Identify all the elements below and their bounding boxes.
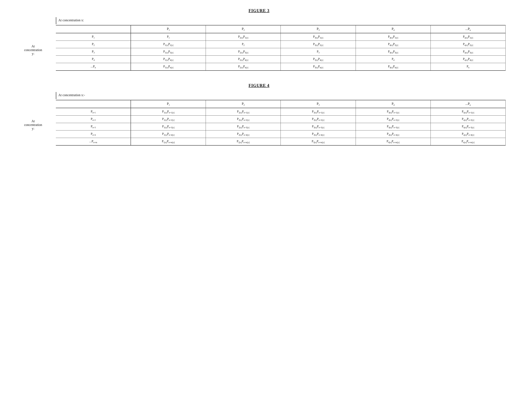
figure3-r2c3: P3[x]P2[y] — [281, 41, 356, 48]
figure4-col-header-row: P1 P2 P3 P4 ...Pn — [56, 100, 506, 108]
figure4-main: At concentration x:- P1 P2 P3 P4 ...Pn P… — [56, 92, 506, 146]
figure4-block: FIGURE 4 At concentration y: At concentr… — [12, 83, 506, 146]
figure4-row1-header: Pn+1 — [56, 108, 131, 116]
figure4-r1c2: P2[x]Pn+1[y] — [206, 108, 281, 116]
table-row: P1 P1 P2[x]P1[y] P3[x]P1[y] P4[x]P1[y] P… — [56, 33, 506, 41]
table-row: Pn+4 P1[x]Pn+4[y] P2[x]Pn+4[y] P3[x]Pn+4… — [56, 130, 506, 138]
figure4-r2c1: P1[x]Pn+2[y] — [131, 116, 206, 123]
figure4-row5-header: ...Pn+m — [56, 138, 131, 146]
figure4-r3c5: Pn[x]Pn+3[y] — [430, 123, 505, 130]
figure3-col-pn: ...Pn — [430, 25, 505, 33]
figure3-r2c5: Pn[x]P2[y] — [430, 41, 505, 48]
figure3-r3c2: P2[x]P3[y] — [206, 48, 281, 56]
figure4-row4-header: Pn+4 — [56, 130, 131, 138]
figure3-r2c1: P1[x]P2[y] — [131, 41, 206, 48]
figure3-r4c4: P4 — [356, 56, 430, 63]
figure3-conc-header: At concentration x: — [56, 17, 506, 24]
figure3-r3c5: Pn[x]P3[y] — [430, 48, 505, 56]
figure4-r4c5: Pn[x]Pn+4[y] — [430, 130, 505, 138]
figure4-r5c1: P1[x]Pn+m[y] — [131, 138, 206, 146]
figure4-corner-cell — [56, 100, 131, 108]
figure4-r1c3: P3[x]Pn+1[y] — [281, 108, 356, 116]
figure3-r4c5: Pn[x]P4[y] — [430, 56, 505, 63]
figure4-r1c4: P4[x]Pn+1[y] — [356, 108, 430, 116]
figure4-r3c2: P2[x]Pn+3[y] — [206, 123, 281, 130]
figure3-r3c1: P1[x]P3[y] — [131, 48, 206, 56]
table-row: Pn+3 P1[x]Pn+3[y] P2[x]Pn+3[y] P3[x]Pn+3… — [56, 123, 506, 130]
figure4-r2c5: Pn[x]Pn+2[y] — [430, 116, 505, 123]
figure4-row3-header: Pn+3 — [56, 123, 131, 130]
figure3-r5c1: P1[x]Pn[y] — [131, 63, 206, 71]
figure3-r4c3: P3[x]P4[y] — [281, 56, 356, 63]
figure3-col-header-row: P1 P2 P3 P4 ...Pn — [56, 25, 506, 33]
figure3-r1c4: P4[x]P1[y] — [356, 33, 430, 41]
figure3-row2-header: P2 — [56, 41, 131, 48]
table-row: P3 P1[x]P3[y] P2[x]P3[y] P3 P4[x]P3[y] P… — [56, 48, 506, 56]
figure3-table: P1 P2 P3 P4 ...Pn P1 P1 P2[x]P1[y] P3[x]… — [56, 25, 506, 71]
figure3-col-p3: P3 — [281, 25, 356, 33]
figure3-r5c4: P4[x]Pn[y] — [356, 63, 430, 71]
figure3-col-p2: P2 — [206, 25, 281, 33]
figure3-r4c1: P1[x]P4[y] — [131, 56, 206, 63]
figure3-block: FIGURE 3 At concentration y: At concentr… — [12, 8, 506, 71]
figure4-col-p4: P4 — [356, 100, 430, 108]
table-row: ...Pn+m P1[x]Pn+m[y] P2[x]Pn+m[y] P3[x]P… — [56, 138, 506, 146]
figure4-col-p2: P2 — [206, 100, 281, 108]
table-row: Pn+1 P1[x]Pn+1[y] P2[x]Pn+1[y] P3[x]Pn+1… — [56, 108, 506, 116]
figure4-r1c1: P1[x]Pn+1[y] — [131, 108, 206, 116]
figure3-col-p1: P1 — [131, 25, 206, 33]
figure4-r2c4: P4[x]Pn+2[y] — [356, 116, 430, 123]
figure3-corner-cell — [56, 25, 131, 33]
figure4-col-p1: P1 — [131, 100, 206, 108]
figure3-r1c5: Pn[x]P1[y] — [430, 33, 505, 41]
figure3-side-label: At concentration y: — [12, 45, 56, 56]
table-row: P4 P1[x]P4[y] P2[x]P4[y] P3[x]P4[y] P4 P… — [56, 56, 506, 63]
figure4-conc-header: At concentration x:- — [56, 92, 506, 99]
figure4-title: FIGURE 4 — [12, 83, 506, 88]
figure4-r5c4: P4[x]Pn+m[y] — [356, 138, 430, 146]
figure3-title: FIGURE 3 — [12, 8, 506, 13]
figure3-r2c4: P4[x]P2[y] — [356, 41, 430, 48]
figure3-col-p4: P4 — [356, 25, 430, 33]
figure4-r3c1: P1[x]Pn+3[y] — [131, 123, 206, 130]
figure4-r4c2: P2[x]Pn+4[y] — [206, 130, 281, 138]
figure4-side-label: At concentration y: — [12, 119, 56, 130]
table-row: P2 P1[x]P2[y] P2 P3[x]P2[y] P4[x]P2[y] P… — [56, 41, 506, 48]
figure3-r3c3: P3 — [281, 48, 356, 56]
figure3-r5c5: Pn — [430, 63, 505, 71]
figure4-col-pn: ...Pn — [430, 100, 505, 108]
figure4-r2c3: P3[x]Pn+2[y] — [281, 116, 356, 123]
figure4-r5c3: P3[x]Pn+m[y] — [281, 138, 356, 146]
figure3-r5c2: P2[x]Pn[y] — [206, 63, 281, 71]
table-row: ...Pn P1[x]Pn[y] P2[x]Pn[y] P3[x]Pn[y] P… — [56, 63, 506, 71]
figure3-r1c2: P2[x]P1[y] — [206, 33, 281, 41]
figure3-r5c3: P3[x]Pn[y] — [281, 63, 356, 71]
figure4-r3c3: P3[x]Pn+3[y] — [281, 123, 356, 130]
figure3-row3-header: P3 — [56, 48, 131, 56]
figure4-table-wrapper: At concentration y: At concentration x:-… — [12, 92, 506, 146]
figure4-r5c2: P2[x]Pn+m[y] — [206, 138, 281, 146]
figure4-r4c4: P4[x]Pn+4[y] — [356, 130, 430, 138]
figure4-r4c3: P3[x]Pn+4[y] — [281, 130, 356, 138]
figure4-r2c2: P2[x]Pn+2[y] — [206, 116, 281, 123]
figure3-table-wrapper: At concentration y: At concentration x: … — [12, 17, 506, 71]
figure3-r1c3: P3[x]P1[y] — [281, 33, 356, 41]
figure3-row5-header: ...Pn — [56, 63, 131, 71]
figure3-r4c2: P2[x]P4[y] — [206, 56, 281, 63]
figure3-r1c1: P1 — [131, 33, 206, 41]
figure3-r2c2: P2 — [206, 41, 281, 48]
figure4-col-p3: P3 — [281, 100, 356, 108]
figure4-r5c5: Pn[x]Pn+m[y] — [430, 138, 505, 146]
figure4-r3c4: P4[x]Pn+3[y] — [356, 123, 430, 130]
figure4-r4c1: P1[x]Pn+4[y] — [131, 130, 206, 138]
figure4-r1c5: Pn[x]Pn+1[y] — [430, 108, 505, 116]
figure3-row1-header: P1 — [56, 33, 131, 41]
figure3-row4-header: P4 — [56, 56, 131, 63]
figure4-row2-header: Pn+2 — [56, 116, 131, 123]
figure3-main: At concentration x: P1 P2 P3 P4 ...Pn P1 — [56, 17, 506, 71]
figure4-table: P1 P2 P3 P4 ...Pn Pn+1 P1[x]Pn+1[y] P2[x… — [56, 100, 506, 146]
table-row: Pn+2 P1[x]Pn+2[y] P2[x]Pn+2[y] P3[x]Pn+2… — [56, 116, 506, 123]
figure3-r3c4: P4[x]P3[y] — [356, 48, 430, 56]
